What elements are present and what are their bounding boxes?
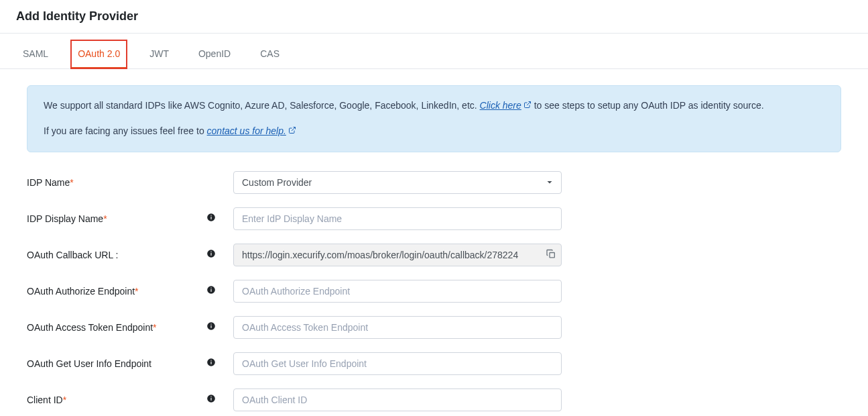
client-id-input[interactable] [233, 388, 562, 411]
info-line-1: We support all standard IDPs like AWS Co… [44, 98, 824, 114]
userinfo-endpoint-input[interactable] [233, 352, 562, 375]
svg-rect-8 [550, 252, 554, 257]
idp-name-select[interactable]: Custom Provider [233, 171, 562, 194]
svg-rect-17 [210, 360, 211, 361]
info-banner: We support all standard IDPs like AWS Co… [27, 85, 841, 152]
svg-rect-11 [210, 288, 211, 289]
idp-display-name-input[interactable] [233, 207, 562, 230]
token-endpoint-label: OAuth Access Token Endpoint* [27, 322, 206, 333]
svg-rect-14 [210, 324, 211, 325]
info-icon[interactable] [206, 213, 216, 224]
info-icon[interactable] [206, 395, 216, 405]
info-text-3: If you are facing any issues feel free t… [44, 125, 207, 136]
info-line-2: If you are facing any issues feel free t… [44, 123, 824, 140]
svg-rect-13 [210, 325, 211, 328]
copy-callback-button[interactable] [546, 248, 556, 261]
token-endpoint-input[interactable] [233, 316, 562, 339]
svg-rect-7 [210, 252, 211, 252]
contact-us-link[interactable]: contact us for help. [207, 125, 296, 136]
authorize-endpoint-label: OAuth Authorize Endpoint* [27, 286, 206, 297]
tab-jwt[interactable]: JWT [143, 40, 176, 68]
info-icon[interactable] [206, 322, 216, 333]
svg-rect-10 [210, 289, 211, 292]
userinfo-endpoint-label: OAuth Get User Info Endpoint [27, 358, 206, 369]
copy-icon [546, 251, 556, 261]
idp-display-name-label: IDP Display Name* [27, 213, 206, 224]
info-icon[interactable] [206, 250, 216, 260]
svg-rect-3 [210, 217, 211, 219]
callback-url-input[interactable] [233, 244, 562, 266]
tabs-bar: SAML OAuth 2.0 JWT OpenID CAS [0, 40, 868, 69]
tab-cas[interactable]: CAS [253, 40, 286, 68]
external-link-icon [523, 98, 532, 114]
info-text-1: We support all standard IDPs like AWS Co… [44, 100, 480, 111]
client-id-label: Client ID* [27, 395, 206, 405]
tab-oauth[interactable]: OAuth 2.0 [71, 40, 127, 68]
tab-saml[interactable]: SAML [16, 40, 55, 68]
svg-rect-4 [210, 215, 211, 216]
svg-rect-6 [210, 253, 211, 256]
tab-openid[interactable]: OpenID [192, 40, 237, 68]
svg-rect-20 [210, 397, 211, 397]
external-link-icon [288, 123, 296, 140]
svg-line-0 [527, 102, 531, 106]
authorize-endpoint-input[interactable] [233, 280, 562, 303]
click-here-link[interactable]: Click here [480, 100, 532, 111]
page-title: Add Identity Provider [0, 0, 868, 34]
svg-rect-19 [210, 398, 211, 401]
svg-line-1 [292, 127, 296, 131]
info-text-2: to see steps to setup any OAuth IDP as i… [532, 100, 764, 111]
callback-url-label: OAuth Callback URL : [27, 250, 206, 260]
info-icon[interactable] [206, 286, 216, 297]
idp-name-label: IDP Name* [27, 177, 206, 188]
info-icon[interactable] [206, 358, 216, 369]
svg-rect-16 [210, 362, 211, 364]
